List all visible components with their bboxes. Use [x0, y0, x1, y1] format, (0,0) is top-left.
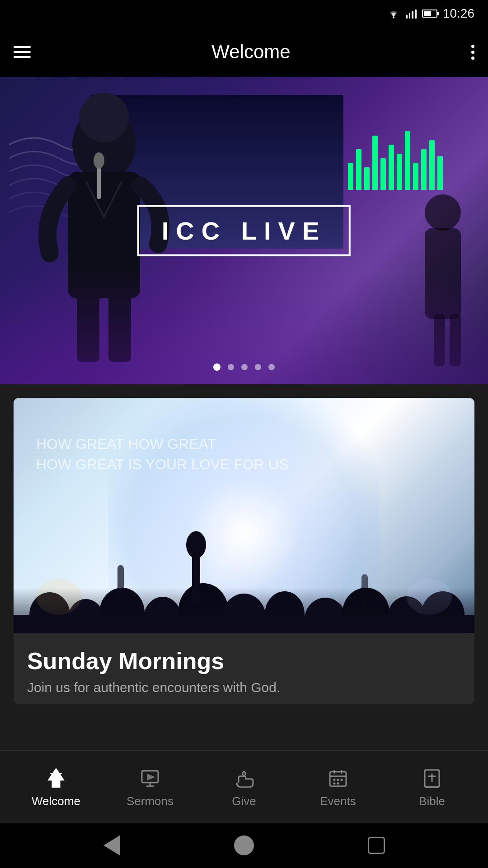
- svg-point-44: [337, 783, 339, 785]
- nav-item-sermons[interactable]: Sermons: [114, 765, 186, 808]
- carousel-indicators: [213, 363, 275, 371]
- status-icons: 10:26: [387, 6, 474, 21]
- system-nav: [0, 823, 488, 868]
- home-icon: [234, 835, 254, 855]
- recent-icon: [368, 837, 385, 854]
- nav-item-welcome[interactable]: Welcome: [20, 765, 92, 808]
- icc-live-text: ICC LIVE: [162, 217, 326, 245]
- welcome-icon: [43, 765, 69, 791]
- carousel-dot-3[interactable]: [241, 364, 248, 370]
- card-title: Sunday Mornings: [27, 647, 461, 675]
- svg-point-5: [94, 152, 104, 169]
- svg-point-2: [79, 93, 129, 142]
- svg-point-18: [186, 531, 206, 558]
- card-subtitle: Join us for authentic encounters with Go…: [27, 680, 461, 695]
- bottom-nav: Welcome Sermons Give: [0, 750, 488, 823]
- give-icon: [231, 765, 257, 791]
- svg-point-41: [337, 779, 339, 781]
- card-body: Sunday Mornings Join us for authentic en…: [14, 633, 474, 704]
- menu-button[interactable]: [14, 46, 31, 58]
- events-icon: [325, 765, 351, 791]
- svg-point-40: [333, 779, 336, 781]
- system-back-button[interactable]: [100, 834, 123, 857]
- status-bar: 10:26: [0, 0, 488, 27]
- nav-item-bible[interactable]: Bible: [396, 765, 468, 808]
- nav-label-sermons: Sermons: [127, 794, 174, 808]
- carousel-dot-5[interactable]: [268, 364, 275, 370]
- carousel-dot-1[interactable]: [213, 363, 221, 371]
- worship-lyrics-overlay: HOW GREAT HOW GREAT HOW GREAT IS YOUR LO…: [36, 434, 288, 475]
- svg-point-0: [393, 17, 394, 19]
- carousel-dot-4[interactable]: [255, 364, 261, 370]
- svg-point-42: [341, 779, 343, 781]
- worship-line-1: HOW GREAT HOW GREAT: [36, 434, 288, 454]
- nav-label-give: Give: [232, 794, 256, 808]
- card-image: HOW GREAT HOW GREAT HOW GREAT IS YOUR LO…: [14, 398, 474, 633]
- battery-icon: [422, 9, 437, 18]
- nav-label-bible: Bible: [419, 794, 445, 808]
- more-options-button[interactable]: [471, 45, 474, 60]
- worship-line-2: HOW GREAT IS YOUR LOVE FOR US: [36, 454, 288, 475]
- svg-point-43: [333, 783, 336, 785]
- page-title: Welcome: [211, 41, 290, 63]
- status-time: 10:26: [443, 6, 474, 21]
- nav-item-give[interactable]: Give: [208, 765, 280, 808]
- sermons-icon: [137, 765, 163, 791]
- sunday-mornings-card[interactable]: HOW GREAT HOW GREAT HOW GREAT IS YOUR LO…: [14, 398, 474, 704]
- bottom-fade: [14, 588, 474, 633]
- system-recent-button[interactable]: [365, 834, 388, 857]
- bible-icon: [419, 765, 445, 791]
- back-icon: [103, 835, 120, 855]
- signal-icon: [406, 9, 417, 19]
- system-home-button[interactable]: [233, 834, 255, 857]
- icc-live-banner[interactable]: ICC LIVE: [137, 205, 351, 256]
- svg-marker-33: [148, 774, 154, 780]
- nav-item-events[interactable]: Events: [302, 765, 374, 808]
- svg-point-8: [425, 194, 461, 231]
- app-bar: Welcome: [0, 27, 488, 77]
- hero-carousel: ICC LIVE: [0, 77, 488, 384]
- eq-visualization: [348, 99, 443, 190]
- nav-label-events: Events: [320, 794, 356, 808]
- nav-label-welcome: Welcome: [32, 794, 80, 808]
- carousel-dot-2[interactable]: [228, 364, 234, 370]
- wifi-icon: [387, 9, 400, 19]
